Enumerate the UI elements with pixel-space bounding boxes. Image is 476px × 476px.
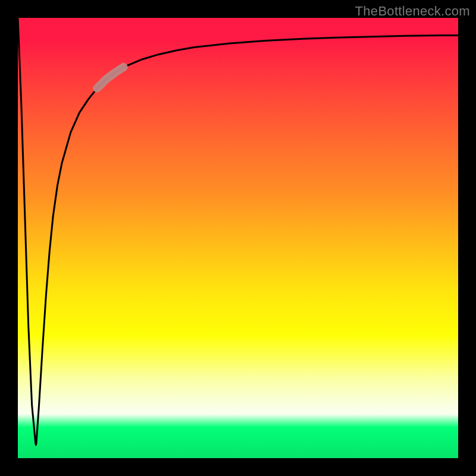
chart-frame: TheBottleneck.com — [0, 0, 476, 476]
chart-svg — [18, 18, 458, 458]
bottleneck-curve — [18, 18, 458, 445]
watermark-text: TheBottleneck.com — [355, 4, 470, 19]
plot-area — [18, 18, 458, 458]
highlight-segment — [97, 67, 123, 89]
